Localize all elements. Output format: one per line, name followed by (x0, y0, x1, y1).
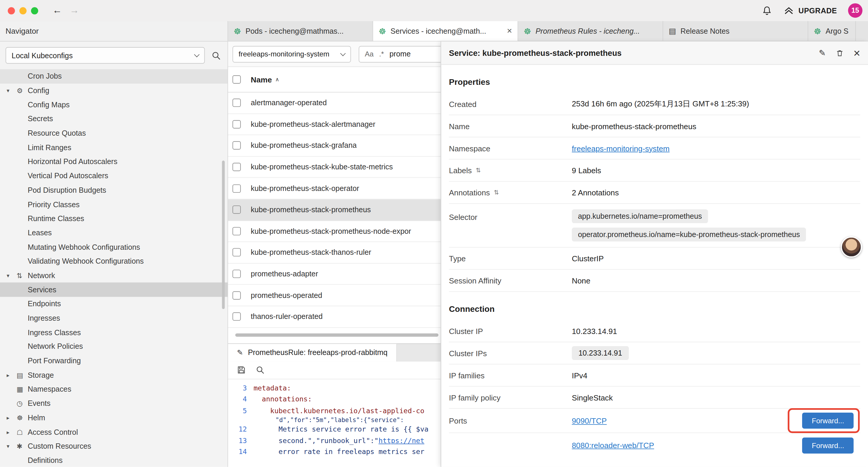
row-checkbox[interactable] (232, 99, 241, 107)
regex-toggle[interactable]: .* (379, 50, 384, 58)
sidebar-item[interactable]: Resource Quotas (0, 126, 227, 140)
sidebar-item[interactable]: ▸ ▤ Storage (0, 368, 227, 382)
forward-button[interactable]: Forward... (802, 437, 854, 453)
sidebar-item[interactable]: Mutating Webhook Configurations (0, 240, 227, 254)
expand-sort-icon[interactable]: ⇅ (494, 189, 499, 196)
row-checkbox[interactable] (232, 313, 241, 321)
editor-tab[interactable]: ☸ Pods - icecheng@mathmas... (228, 21, 373, 41)
editor-tab[interactable]: ☸ Prometheus Rules - icecheng... (518, 21, 663, 41)
notification-bell-icon[interactable] (762, 5, 773, 16)
back-icon[interactable]: ← (53, 5, 62, 16)
dock-tab-label: PrometheusRule: freeleaps-prod-rabbitmq (248, 348, 387, 357)
line-number: 13 (228, 435, 253, 446)
sidebar-item[interactable]: Pod Disruption Budgets (0, 183, 227, 197)
name-column-header[interactable]: Name (251, 75, 272, 84)
namespace-selector[interactable]: freeleaps-monitoring-system (232, 46, 351, 62)
editor-tab[interactable]: ☸ Argo S (808, 21, 856, 41)
tree-chevron-icon[interactable]: ▸ (6, 372, 17, 378)
sidebar-item[interactable]: Priority Classes (0, 197, 227, 211)
row-checkbox[interactable] (232, 270, 241, 278)
forward-icon[interactable]: → (70, 5, 79, 16)
save-icon[interactable] (237, 366, 246, 375)
sidebar-item[interactable]: ▸ ☖ Access Control (0, 425, 227, 439)
sidebar-item[interactable]: Leases (0, 226, 227, 240)
sidebar-item-label: Custom Resources (28, 442, 91, 450)
connection-section-title: Connection (449, 292, 860, 320)
sidebar-item[interactable]: Ingress Classes (0, 325, 227, 340)
sidebar-item[interactable]: Ingresses (0, 311, 227, 325)
sidebar-scrollbar[interactable] (222, 160, 224, 309)
tree-chevron-icon[interactable]: ▾ (6, 443, 17, 449)
expand-sort-icon[interactable]: ⇅ (476, 167, 481, 174)
selector-badge: app.kubernetes.io/name=prometheus (572, 209, 708, 223)
close-tab-icon[interactable]: × (507, 26, 512, 36)
sidebar-item[interactable]: Services (0, 283, 227, 297)
sidebar-item[interactable]: Secrets (0, 112, 227, 126)
close-drawer-icon[interactable]: × (854, 47, 860, 59)
row-checkbox[interactable] (232, 120, 241, 128)
sidebar-item[interactable]: ▾ ⇅ Network (0, 268, 227, 283)
sidebar-item[interactable]: Port Forwarding (0, 354, 227, 368)
horizontal-scrollbar[interactable] (235, 333, 438, 337)
sidebar-item[interactable]: Network Policies (0, 340, 227, 354)
row-checkbox[interactable] (232, 142, 241, 150)
sidebar-item[interactable]: ▦ Namespaces (0, 382, 227, 396)
upgrade-button[interactable]: UPGRADE (783, 5, 837, 16)
dock-tab-prometheusrule[interactable]: ✎ PrometheusRule: freeleaps-prod-rabbitm… (228, 344, 397, 361)
sidebar-search-icon[interactable] (212, 51, 221, 60)
property-label: IP family policy (449, 393, 500, 402)
port-link[interactable]: 8080:reloader-web/TCP (572, 441, 654, 449)
maximize-window-button[interactable] (31, 7, 38, 14)
sidebar-item-label: Config Maps (28, 100, 70, 109)
tree-chevron-icon[interactable]: ▸ (6, 429, 17, 435)
sidebar-item[interactable]: Config Maps (0, 97, 227, 112)
property-label: Labels (449, 166, 472, 175)
tree-chevron-icon[interactable]: ▾ (6, 87, 17, 94)
row-checkbox[interactable] (232, 248, 241, 257)
property-row: IP families IPv4 (449, 364, 860, 387)
edit-pencil-icon[interactable]: ✎ (819, 48, 826, 58)
close-window-button[interactable] (8, 7, 15, 14)
select-all-checkbox[interactable] (232, 76, 241, 84)
editor-tab[interactable]: ▤ Release Notes (663, 21, 808, 41)
sidebar-item[interactable]: ▾ ⚙ Config (0, 83, 227, 97)
minimize-window-button[interactable] (20, 7, 27, 14)
chevron-down-icon (194, 52, 200, 57)
tree-chevron-icon[interactable]: ▸ (6, 415, 17, 421)
editor-tab[interactable]: ☸ Services - icecheng@math... × (373, 21, 518, 41)
notification-count-badge[interactable]: 15 (848, 3, 863, 18)
row-checkbox[interactable] (232, 227, 241, 235)
sort-ascending-icon[interactable]: ∧ (275, 77, 279, 83)
kubeconfig-selector[interactable]: Local Kubeconfigs (6, 47, 205, 63)
row-checkbox[interactable] (232, 291, 241, 299)
row-checkbox[interactable] (232, 206, 241, 214)
sidebar-item[interactable]: ▸ ☸ Helm (0, 411, 227, 425)
editor-search-icon[interactable] (256, 366, 265, 375)
user-avatar[interactable] (841, 236, 862, 258)
port-link[interactable]: 9090/TCP (572, 416, 607, 425)
property-label: Namespace (449, 144, 490, 152)
property-value: None (572, 276, 591, 285)
tree-chevron-icon[interactable]: ▾ (6, 272, 17, 279)
namespace-link[interactable]: freeleaps-monitoring-system (572, 144, 670, 152)
match-case-toggle[interactable]: Aa (365, 50, 374, 58)
property-row: Namespace freeleaps-monitoring-system (449, 138, 860, 159)
sidebar-item[interactable]: ◷ Events (0, 396, 227, 411)
tab-label: Prometheus Rules - icecheng... (536, 27, 657, 35)
sidebar-item[interactable]: Endpoints (0, 297, 227, 311)
row-checkbox[interactable] (232, 184, 241, 193)
sidebar-item[interactable]: Limit Ranges (0, 140, 227, 154)
service-name: kube-prometheus-stack-kube-state-metrics (251, 163, 393, 171)
sidebar-item[interactable]: Validating Webhook Configurations (0, 254, 227, 268)
delete-trash-icon[interactable] (835, 49, 844, 57)
sidebar-item[interactable]: Horizontal Pod Autoscalers (0, 154, 227, 169)
forward-button[interactable]: Forward... (802, 413, 854, 429)
sidebar-item-label: Config (28, 86, 49, 95)
sidebar-item[interactable]: ▾ ✱ Custom Resources (0, 439, 227, 454)
property-row: Cluster IP 10.233.14.91 (449, 320, 860, 342)
sidebar-item[interactable]: Runtime Classes (0, 212, 227, 226)
sidebar-item[interactable]: Definitions (0, 454, 227, 467)
sidebar-item[interactable]: Vertical Pod Autoscalers (0, 169, 227, 183)
row-checkbox[interactable] (232, 163, 241, 171)
sidebar-item[interactable]: Cron Jobs (0, 69, 227, 83)
